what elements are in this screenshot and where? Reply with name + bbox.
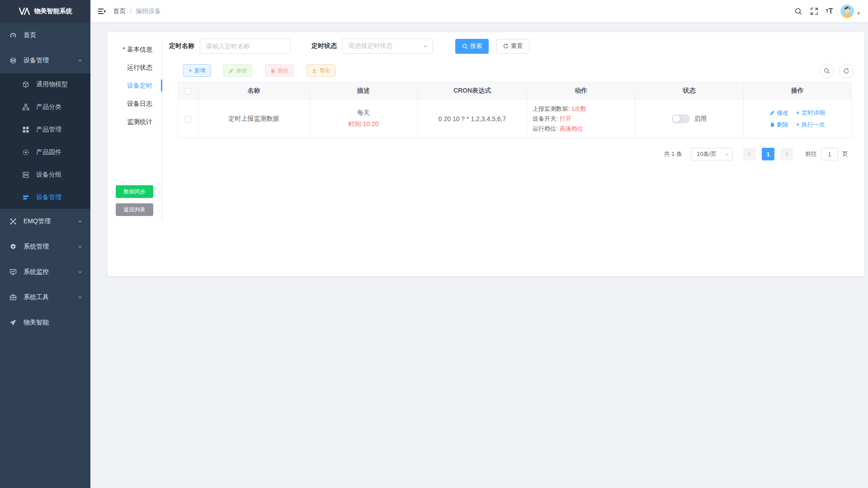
timer-name-input[interactable]	[200, 38, 291, 54]
caret-down-icon: ▾	[857, 10, 860, 16]
pencil-icon	[770, 110, 775, 115]
paper-plane-icon	[9, 319, 17, 326]
sidebar-item-label: 系统监控	[24, 268, 49, 276]
required-mark: *	[123, 46, 125, 53]
cell-cron: 0 20 10 ? * 1,2,3,4,5,6,7	[418, 99, 527, 138]
page-size-select[interactable]: 10条/页	[691, 148, 733, 160]
timer-status-label: 定时状态	[311, 42, 337, 50]
table-toolbar: + 新增 修改 删除 导出	[183, 64, 335, 77]
tab-label: 监测统计	[127, 118, 152, 125]
stack-icon	[22, 171, 30, 178]
col-operation: 操作	[744, 82, 852, 99]
timer-name-label: 定时名称	[169, 42, 194, 50]
desc-line1: 每天	[310, 109, 417, 117]
tab-device-log[interactable]: 设备日志	[108, 94, 162, 113]
tab-divider	[162, 39, 162, 221]
col-name: 名称	[198, 82, 310, 99]
sidebar-item-product-firmware[interactable]: 产品固件	[0, 141, 90, 164]
sidebar-item-system-monitor[interactable]: 系统监控	[0, 259, 90, 285]
cell-name: 定时上报监测数据	[198, 99, 310, 138]
chevron-down-icon	[78, 295, 82, 300]
sidebar-item-label: 设备管理	[36, 193, 61, 202]
sidebar-item-device-group[interactable]: 设备分组	[0, 164, 90, 186]
prev-page-button[interactable]	[743, 148, 756, 160]
cube-icon	[22, 81, 30, 88]
tab-monitor-stats[interactable]: 监测统计	[108, 113, 162, 131]
chevron-down-icon	[423, 43, 428, 49]
delete-button[interactable]: 删除	[265, 64, 294, 77]
font-size-icon[interactable]: TT	[826, 8, 833, 15]
refresh-table-icon[interactable]	[839, 64, 854, 78]
sidebar-fold-icon[interactable]	[97, 7, 106, 16]
action-value: 高速档位	[560, 125, 583, 132]
pencil-icon	[229, 68, 234, 73]
next-page-button[interactable]	[780, 148, 793, 160]
back-to-list-button[interactable]: 返回列表	[116, 203, 153, 216]
emq-cluster-icon	[9, 218, 17, 225]
sidebar-item-product-category[interactable]: 产品分类	[0, 96, 90, 118]
reset-button[interactable]: 重置	[496, 39, 529, 54]
filter-form: 定时名称 定时状态 请选择定时状态 搜索 重置	[169, 38, 529, 54]
reset-button-label: 重置	[511, 42, 523, 50]
tab-device-timer[interactable]: 设备定时	[108, 76, 162, 94]
cell-description: 每天 时间 10:20	[310, 99, 418, 138]
add-button[interactable]: + 新增	[183, 64, 211, 77]
row-timer-detail-link[interactable]: 定时详细	[797, 109, 825, 117]
fullscreen-icon[interactable]	[810, 7, 818, 15]
row-edit-link[interactable]: 修改	[770, 109, 788, 117]
sidebar-item-thing-model[interactable]: 通用物模型	[0, 73, 90, 96]
sidebar-item-label: 物美智能	[24, 319, 49, 327]
tab-label: 运行状态	[127, 64, 152, 71]
gear-icon	[9, 243, 17, 250]
sidebar-item-device-list[interactable]: 设备管理	[0, 186, 90, 209]
goto-page-input[interactable]	[821, 148, 838, 160]
tab-basic-info[interactable]: *基本信息	[108, 40, 162, 58]
export-button[interactable]: 导出	[307, 64, 335, 77]
device-edit-card: *基本信息 运行状态 设备定时 设备日志 监测统计 数据同步 返回列表 定时名称…	[107, 32, 865, 277]
sidebar-item-system-tools[interactable]: 系统工具	[0, 285, 90, 310]
sidebar-item-label: 首页	[24, 31, 36, 39]
sidebar-item-home[interactable]: 首页	[0, 23, 90, 48]
row-run-once-link[interactable]: 执行一次	[797, 121, 825, 129]
sidebar-item-label: 通用物模型	[36, 80, 68, 89]
chevron-up-icon	[78, 58, 82, 63]
list-bars-icon	[22, 194, 30, 201]
grid-icon	[22, 126, 30, 133]
user-menu[interactable]: ▾	[840, 5, 860, 18]
action-value: 1次数	[571, 105, 586, 112]
breadcrumb: 首页 / 编辑设备	[113, 7, 161, 15]
avatar[interactable]	[840, 5, 854, 18]
sidebar-item-wumei-smart[interactable]: 物美智能	[0, 310, 90, 335]
row-delete-link[interactable]: 删除	[770, 121, 788, 129]
edit-button[interactable]: 修改	[223, 64, 252, 77]
select-placeholder: 请选择定时状态	[348, 42, 392, 50]
cell-action: 上报监测数据:1次数 设备开关:打开 运行档位:高速档位	[527, 99, 635, 138]
timer-status-select[interactable]: 请选择定时状态	[342, 38, 433, 54]
top-navbar: 首页 / 编辑设备 TT ▾	[90, 0, 868, 23]
breadcrumb-home[interactable]: 首页	[113, 7, 126, 15]
current-page-button[interactable]: 1	[762, 148, 774, 160]
sidebar-item-emq[interactable]: EMQ管理	[0, 209, 90, 234]
sidebar-item-label: 产品分类	[36, 103, 61, 111]
trash-icon	[770, 122, 775, 127]
sidebar-item-label: 设备分组	[36, 171, 61, 179]
sidebar-item-label: EMQ管理	[24, 217, 51, 225]
search-button[interactable]: 搜索	[455, 39, 489, 54]
pagination-goto: 前往 页	[805, 148, 848, 160]
sidebar-item-device-mgmt[interactable]: 设备管理	[0, 48, 90, 73]
chevron-down-icon	[78, 244, 82, 249]
status-toggle[interactable]	[672, 114, 690, 123]
select-all-checkbox[interactable]	[185, 88, 191, 94]
sidebar-item-product-mgmt[interactable]: 产品管理	[0, 118, 90, 141]
tab-label: 设备日志	[127, 100, 152, 107]
show-search-icon[interactable]	[820, 64, 834, 78]
sidebar-item-system-mgmt[interactable]: 系统管理	[0, 234, 90, 259]
row-checkbox[interactable]	[185, 116, 191, 122]
tab-run-status[interactable]: 运行状态	[108, 58, 162, 76]
col-action: 动作	[527, 82, 635, 99]
data-sync-button[interactable]: 数据同步	[116, 185, 153, 198]
page-unit-label: 页	[842, 150, 848, 158]
search-icon[interactable]	[794, 7, 802, 15]
delete-button-label: 删除	[278, 67, 288, 75]
sidebar: 物美智能系统 首页 设备管理 通用物模型 产品分类	[0, 0, 90, 488]
